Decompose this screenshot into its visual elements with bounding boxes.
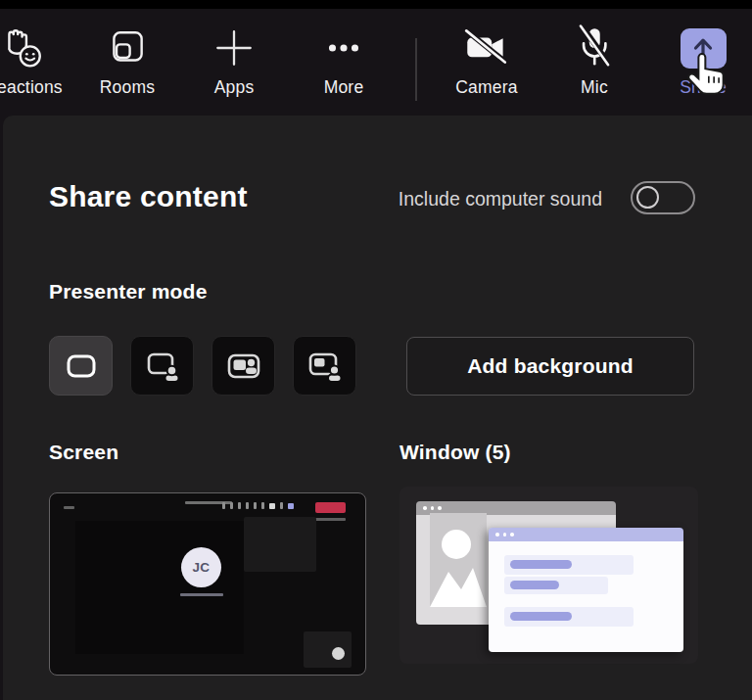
thumb-leave-button (315, 502, 346, 513)
meeting-toolbar: Reactions Rooms Apps (0, 9, 752, 116)
window-section-label: Window (5) (400, 441, 511, 464)
thumb-participant-name (180, 593, 223, 596)
rooms-icon (105, 21, 150, 75)
thumb-side-panel (244, 517, 316, 572)
mic-label: Mic (581, 79, 608, 97)
rooms-label: Rooms (100, 79, 155, 97)
thumb-avatar: JC (181, 547, 221, 587)
thumb-pip-avatar (332, 647, 345, 660)
camera-label: Camera (455, 79, 517, 97)
screen-section-label: Screen (49, 441, 118, 464)
front-window-illustration (489, 528, 683, 652)
presenter-mode-reporter[interactable] (293, 336, 356, 396)
screen-share-thumbnail[interactable]: JC (49, 492, 366, 676)
add-background-button[interactable]: Add background (406, 337, 694, 396)
presenter-mode-side-by-side[interactable] (212, 336, 275, 396)
mic-button[interactable]: Mic (540, 21, 648, 116)
include-sound-toggle[interactable] (631, 181, 695, 214)
thumb-toolbar-icons (222, 502, 294, 509)
toolbar-divider (415, 38, 417, 101)
thumb-pip-window (304, 631, 352, 668)
mic-off-icon (570, 21, 619, 75)
share-label: Share (680, 79, 727, 97)
panel-title: Share content (49, 180, 248, 213)
window-share-thumbnail[interactable] (400, 487, 698, 664)
apps-button[interactable]: Apps (180, 21, 288, 116)
camera-button[interactable]: Camera (433, 21, 540, 116)
more-label: More (324, 79, 364, 97)
image-placeholder (430, 513, 487, 607)
presenter-mode-standout[interactable] (130, 336, 194, 396)
apps-label: Apps (214, 79, 255, 97)
thumb-stage (75, 521, 244, 654)
standout-icon (143, 350, 182, 383)
include-sound-label: Include computer sound (297, 188, 602, 210)
toggle-knob (636, 186, 659, 209)
share-arrow-icon (681, 28, 727, 69)
window-top-strip (0, 0, 752, 9)
reactions-label: Reactions (0, 79, 63, 97)
more-button[interactable]: More (290, 21, 398, 116)
camera-off-icon (460, 21, 513, 75)
share-button[interactable]: Share (649, 21, 752, 116)
rooms-button[interactable]: Rooms (73, 21, 181, 116)
reactions-icon (0, 21, 48, 75)
reporter-icon (306, 350, 345, 383)
add-background-label: Add background (467, 354, 634, 378)
teams-meeting-share-ui: Reactions Rooms Apps (0, 0, 752, 700)
thumb-menu-mark (64, 506, 74, 509)
presenter-mode-content-only[interactable] (49, 336, 113, 396)
share-content-panel: Share content Include computer sound Pre… (3, 116, 752, 700)
content-only-icon (62, 350, 101, 383)
presenter-mode-heading: Presenter mode (49, 280, 208, 303)
more-icon (321, 21, 366, 75)
side-by-side-icon (224, 350, 263, 383)
apps-icon (212, 21, 257, 75)
